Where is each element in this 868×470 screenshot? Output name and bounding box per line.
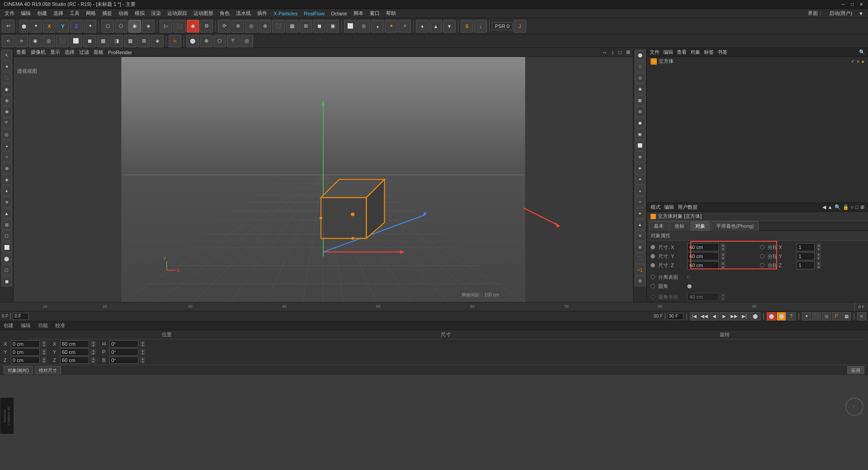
tool-g1[interactable]: ♦ — [416, 20, 429, 33]
menu-character[interactable]: 角色 — [217, 9, 232, 18]
mini-tool-10[interactable]: ⊕ — [635, 151, 646, 162]
attr-lock[interactable]: 🔒 — [843, 204, 849, 210]
attr-tab-phong[interactable]: 平滑着色(Phong) — [711, 221, 759, 231]
rp-tag[interactable]: 标签 — [704, 49, 714, 56]
attr-tab-coord[interactable]: 坐标 — [670, 221, 689, 231]
edit-mode-4[interactable]: ◈ — [142, 20, 155, 33]
pb-list[interactable]: ≡ — [857, 312, 866, 320]
sizey-spinner[interactable]: ▲▼ — [721, 252, 726, 260]
segy-input[interactable] — [797, 252, 815, 260]
cam-1[interactable]: ⟳ — [218, 20, 231, 33]
mini-tool-4[interactable]: ◉ — [635, 84, 646, 94]
ak-function[interactable]: 功能 — [38, 322, 48, 329]
maximize-button[interactable]: □ — [849, 1, 855, 8]
vp-menu-camera[interactable]: 摄像机 — [31, 49, 46, 56]
vp-icon-1[interactable]: ↔ — [602, 50, 607, 55]
edit-mode-3[interactable]: ◉ — [128, 20, 141, 33]
left-tool-12[interactable]: ♦ — [1, 185, 12, 196]
pb-motion-1[interactable]: ✦ — [802, 312, 811, 320]
coord-pos-y[interactable] — [11, 348, 40, 356]
coord-mode-btn[interactable]: 对象(相对) — [4, 366, 33, 374]
sec-7[interactable]: ◼ — [83, 35, 96, 47]
sec-e[interactable]: ◎ — [241, 35, 253, 47]
mini-tool-21[interactable]: ⚙ — [635, 276, 646, 287]
sec-5[interactable]: ⬛ — [56, 35, 69, 47]
mini-tool-12[interactable]: ✦ — [635, 174, 646, 185]
menu-mograph[interactable]: 运动图形 — [191, 9, 216, 18]
transform-z[interactable]: Z — [70, 20, 83, 33]
segx-input[interactable] — [797, 243, 815, 251]
coord-rot-b-spinner[interactable]: ▲▼ — [140, 357, 145, 363]
left-tool-5[interactable]: ❋ — [1, 106, 12, 117]
coord-rot-p-spinner[interactable]: ▲▼ — [140, 349, 145, 355]
coord-size-x[interactable] — [60, 340, 89, 348]
mini-tool-15[interactable]: ♦ — [635, 208, 646, 219]
left-tool-18[interactable]: ⬤ — [1, 253, 12, 264]
coord-rot-b[interactable] — [109, 357, 138, 364]
attr-icon3[interactable]: ⊞ — [860, 204, 864, 210]
sizez-checkbox[interactable] — [651, 263, 655, 268]
left-tool-9[interactable]: ✧ — [1, 151, 12, 162]
sec-10[interactable]: ▦ — [124, 35, 137, 47]
coord-pos-z[interactable] — [11, 357, 40, 364]
left-tool-16[interactable]: ☐ — [1, 230, 12, 241]
menu-motiontrack[interactable]: 运动跟踪 — [165, 9, 190, 18]
menu-script[interactable]: 脚本 — [351, 9, 366, 18]
mode-object[interactable]: ⬤ — [19, 20, 28, 33]
object-item-cube[interactable]: □ 立方体 ✓ × ● — [647, 57, 868, 66]
ak-create[interactable]: 创建 — [4, 322, 14, 329]
menu-octane[interactable]: Octane — [328, 10, 349, 17]
menu-select[interactable]: 选择 — [51, 9, 66, 18]
edit-mode-1[interactable]: ◻ — [101, 20, 114, 33]
segz-checkbox[interactable] — [760, 263, 764, 268]
mini-tool-14[interactable]: ✧ — [635, 197, 646, 207]
cam-9[interactable]: ▣ — [326, 20, 339, 33]
pb-motion-grid[interactable]: ▦ — [842, 312, 851, 320]
mini-tool-16[interactable]: ▲ — [635, 219, 646, 230]
undo-button[interactable]: ↩ — [2, 20, 14, 33]
transform-y[interactable]: Y — [57, 20, 69, 33]
left-tool-4[interactable]: ⊕ — [1, 95, 12, 106]
mini-tool-7[interactable]: ◼ — [635, 118, 646, 128]
ak-edit[interactable]: 编辑 — [21, 322, 31, 329]
vp-icon-4[interactable]: ⊞ — [626, 49, 630, 55]
vp-menu-display[interactable]: 显示 — [50, 49, 60, 56]
left-tool-3[interactable]: ◉ — [1, 84, 12, 94]
mini-tool-17[interactable]: ✕ — [635, 230, 646, 241]
sec-3[interactable]: ◉ — [29, 35, 42, 47]
pb-toend[interactable]: ▶| — [740, 312, 749, 320]
coord-size-z-spinner[interactable]: ▲▼ — [91, 357, 96, 363]
tool-4[interactable]: ✦ — [385, 20, 397, 33]
tool-3[interactable]: ⬥ — [371, 20, 384, 33]
mini-tool-8[interactable]: ▣ — [635, 129, 646, 140]
menu-help[interactable]: 帮助 — [383, 9, 399, 18]
mini-tool-5[interactable]: ▦ — [635, 95, 646, 106]
pb-frame-input[interactable] — [13, 313, 29, 320]
viewport-container[interactable]: 查看 摄像机 显示 选择 过滤 面板 ProRender ↔ ↕ □ ⊞ 透视视… — [14, 48, 633, 302]
tool-g2[interactable]: ▲ — [429, 20, 442, 33]
coord-pos-y-spinner[interactable]: ▲▼ — [42, 349, 47, 355]
minimize-button[interactable]: ─ — [840, 1, 846, 8]
mini-tool-19[interactable]: ⬛ — [635, 253, 646, 264]
menu-create[interactable]: 创建 — [34, 9, 50, 18]
attr-icon1[interactable]: ○ — [851, 204, 854, 210]
search-icon[interactable]: 🔍 — [859, 49, 865, 55]
pb-motion-3[interactable]: ◎ — [822, 312, 831, 320]
pb-play-reverse[interactable]: ◀ — [710, 312, 719, 320]
mini-tool-11[interactable]: ◈ — [635, 163, 646, 174]
mini-tool-20[interactable]: =1 — [635, 264, 646, 275]
cam-5[interactable]: ⬛ — [272, 20, 285, 33]
left-tool-15[interactable]: ⊞ — [1, 219, 12, 230]
viewport-canvas[interactable]: 透视视图 — [14, 57, 633, 302]
mini-tool-13[interactable]: ⬥ — [635, 185, 646, 196]
pb-play[interactable]: ▶ — [720, 312, 729, 320]
pb-tostart[interactable]: |◀ — [690, 312, 699, 320]
sec-c[interactable]: ⬡ — [213, 35, 226, 47]
vp-menu-prorender[interactable]: ProRender — [108, 50, 132, 55]
segx-checkbox[interactable] — [760, 245, 764, 249]
attr-icon2[interactable]: □ — [855, 204, 859, 210]
sec-b[interactable]: ⊕ — [200, 35, 212, 47]
menu-mesh[interactable]: 网格 — [83, 9, 99, 18]
mini-tool-9[interactable]: ⬜ — [635, 140, 646, 151]
mini-tool-2[interactable]: ⬡ — [635, 61, 646, 72]
